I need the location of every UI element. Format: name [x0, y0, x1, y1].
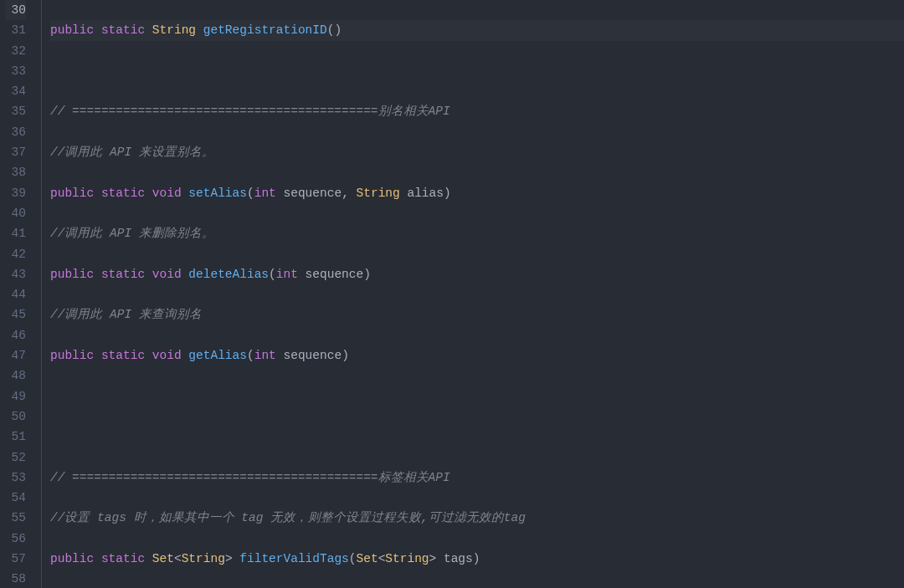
line-number[interactable]: 33: [5, 61, 26, 81]
type-token: String: [357, 187, 400, 200]
type-token: String: [385, 552, 429, 565]
method-name: getAlias: [188, 349, 247, 362]
line-number[interactable]: 30: [5, 0, 26, 20]
line-number[interactable]: 56: [5, 529, 26, 549]
param-name: sequence: [284, 187, 342, 200]
line-number[interactable]: 35: [5, 101, 26, 121]
keyword-token: public: [50, 349, 94, 362]
type-token: String: [152, 23, 196, 37]
keyword-token: static: [101, 268, 145, 281]
param-name: sequence: [306, 268, 364, 281]
keyword-token: public: [50, 187, 94, 200]
line-number[interactable]: 40: [5, 203, 26, 223]
comment: // =====================================…: [50, 105, 450, 118]
line-number[interactable]: 50: [5, 406, 26, 427]
keyword-token: static: [101, 23, 145, 37]
code-line[interactable]: //调用此 API 来查询别名: [50, 304, 904, 325]
code-line[interactable]: public static String getRegistrationID(): [50, 20, 904, 40]
comment: //调用此 API 来查询别名: [50, 308, 202, 321]
code-line[interactable]: // =====================================…: [50, 468, 904, 488]
code-line[interactable]: //设置 tags 时，如果其中一个 tag 无效，则整个设置过程失败,可过滤无…: [50, 508, 904, 528]
keyword-token: void: [152, 349, 182, 362]
keyword-token: public: [50, 268, 94, 281]
line-number[interactable]: 55: [5, 508, 26, 528]
line-number[interactable]: 47: [5, 345, 26, 366]
keyword-token: static: [101, 349, 145, 362]
type-token: Set: [357, 552, 378, 565]
code-line[interactable]: //调用此 API 来设置别名。: [50, 142, 904, 162]
line-number[interactable]: 48: [5, 366, 26, 386]
comment: //调用此 API 来删除别名。: [50, 227, 214, 240]
keyword-token: public: [50, 23, 94, 37]
keyword-token: static: [101, 187, 145, 200]
line-number[interactable]: 36: [5, 122, 26, 142]
method-name: getRegistrationID: [203, 23, 327, 37]
line-number[interactable]: 32: [5, 41, 26, 61]
line-number[interactable]: 54: [5, 488, 26, 508]
code-line[interactable]: [50, 427, 904, 447]
line-number[interactable]: 58: [5, 569, 26, 588]
code-line[interactable]: //调用此 API 来删除别名。: [50, 223, 904, 243]
param-type: int: [254, 349, 276, 362]
method-name: deleteAlias: [188, 268, 269, 281]
param-type: int: [276, 268, 298, 281]
type-token: String: [182, 552, 225, 565]
line-number[interactable]: 53: [5, 468, 26, 488]
keyword-token: void: [152, 268, 182, 281]
line-number[interactable]: 31: [5, 20, 26, 40]
code-editor: 30 31 32 33 34 35 36 37 38 39 40 41 42 4…: [0, 0, 904, 588]
comment: //调用此 API 来设置别名。: [50, 146, 214, 159]
punct: (): [327, 23, 342, 37]
code-line[interactable]: public static Set<String> filterValidTag…: [50, 549, 904, 569]
line-number[interactable]: 38: [5, 162, 26, 182]
line-number[interactable]: 41: [5, 223, 26, 243]
type-token: Set: [152, 552, 174, 565]
line-number[interactable]: 44: [5, 284, 26, 304]
line-number[interactable]: 37: [5, 142, 26, 162]
code-line[interactable]: // =====================================…: [50, 101, 904, 121]
line-number[interactable]: 49: [5, 386, 26, 406]
comment: //设置 tags 时，如果其中一个 tag 无效，则整个设置过程失败,可过滤无…: [50, 511, 526, 524]
line-number[interactable]: 52: [5, 447, 26, 468]
param-type: int: [254, 187, 276, 200]
comment: // =====================================…: [50, 471, 450, 484]
line-number[interactable]: 42: [5, 244, 26, 264]
line-number-gutter: 30 31 32 33 34 35 36 37 38 39 40 41 42 4…: [0, 0, 42, 588]
code-line[interactable]: public static void deleteAlias(int seque…: [50, 264, 904, 284]
line-number[interactable]: 46: [5, 325, 26, 345]
code-area[interactable]: public static String getRegistrationID()…: [42, 0, 904, 588]
code-line[interactable]: public static void setAlias(int sequence…: [50, 183, 904, 203]
keyword-token: public: [50, 552, 94, 565]
method-name: filterValidTags: [239, 552, 349, 565]
code-line[interactable]: public static void getAlias(int sequence…: [50, 345, 904, 366]
line-number[interactable]: 45: [5, 304, 26, 325]
line-number[interactable]: 39: [5, 183, 26, 203]
line-number[interactable]: 34: [5, 81, 26, 101]
keyword-token: static: [101, 552, 145, 565]
param-name: sequence: [284, 349, 342, 362]
method-name: setAlias: [188, 187, 247, 200]
line-number[interactable]: 51: [5, 427, 26, 447]
param-name: tags: [444, 552, 473, 565]
line-number[interactable]: 43: [5, 264, 26, 284]
param-name: alias: [407, 187, 444, 200]
line-number[interactable]: 57: [5, 549, 26, 569]
code-line[interactable]: [50, 386, 904, 406]
code-line[interactable]: [50, 61, 904, 81]
keyword-token: void: [152, 187, 182, 200]
